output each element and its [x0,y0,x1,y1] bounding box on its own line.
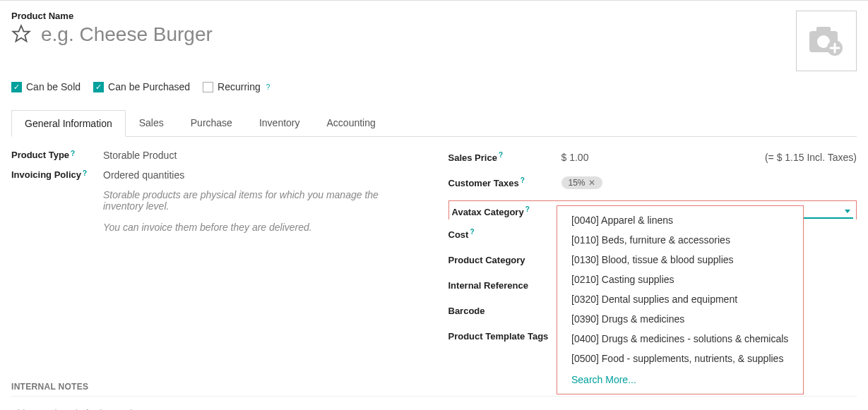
internal-reference-label: Internal Reference [448,280,561,291]
can-be-sold-checkbox[interactable]: ✓ Can be Sold [11,81,81,92]
svg-marker-0 [13,25,29,41]
tab-accounting[interactable]: Accounting [314,109,389,136]
invoicing-description: You can invoice them before they are del… [103,222,420,233]
cost-label: Cost? [448,228,561,240]
help-icon[interactable]: ? [470,228,474,236]
dropdown-option[interactable]: [0400] Drugs & medicines - solutions & c… [557,329,803,349]
product-type-label: Product Type? [11,150,103,161]
tab-sales[interactable]: Sales [126,109,177,136]
chevron-down-icon [845,210,850,213]
barcode-label: Barcode [448,306,561,316]
product-type-value[interactable]: Storable Product [103,150,420,161]
product-name-input[interactable] [40,23,534,47]
tab-general[interactable]: General Information [11,110,126,137]
dropdown-option[interactable]: [0210] Casting supplies [557,270,803,289]
customer-taxes-label: Customer Taxes? [448,176,561,188]
check-icon: ✓ [93,82,104,92]
sales-price-value[interactable]: $ 1.00 [561,152,589,163]
dropdown-option[interactable]: [0110] Beds, furniture & accessories [557,230,803,250]
help-icon[interactable]: ? [499,151,503,159]
product-image-placeholder[interactable] [796,11,857,71]
dropdown-option[interactable]: [0390] Drugs & medicines [557,309,803,329]
dropdown-option[interactable]: [0130] Blood, tissue & blood supplies [557,250,803,270]
tab-inventory[interactable]: Inventory [246,109,314,136]
favorite-star-icon[interactable] [11,24,31,46]
tab-bar: General Information Sales Purchase Inven… [11,109,857,137]
dropdown-option[interactable]: [0320] Dental supplies and equipment [557,289,803,309]
recurring-checkbox[interactable]: Recurring ? [203,81,270,92]
product-type-description: Storable products are physical items for… [103,189,420,212]
help-icon[interactable]: ? [525,205,530,213]
svg-rect-2 [816,27,831,34]
help-icon[interactable]: ? [71,150,75,157]
search-more-link[interactable]: Search More... [557,370,803,390]
check-icon: ✓ [11,82,22,92]
avatax-category-label: Avatax Category? [452,205,565,217]
check-icon [203,82,213,92]
help-icon[interactable]: ? [83,169,87,177]
invoicing-policy-label: Invoicing Policy? [11,169,103,181]
tax-tag[interactable]: 15% ✕ [561,176,602,189]
invoicing-policy-value[interactable]: Ordered quantities [103,169,420,181]
product-tags-label: Product Template Tags [448,331,561,342]
dropdown-option[interactable]: [0040] Apparel & linens [557,210,803,230]
avatax-dropdown: [0040] Apparel & linens [0110] Beds, fur… [557,205,804,394]
tab-purchase[interactable]: Purchase [177,109,246,136]
product-category-label: Product Category [448,255,561,265]
can-be-purchased-checkbox[interactable]: ✓ Can be Purchased [93,81,190,92]
product-name-label: Product Name [11,11,796,21]
help-icon[interactable]: ? [266,83,270,91]
remove-tax-icon[interactable]: ✕ [588,178,595,188]
sales-price-label: Sales Price? [448,151,561,163]
incl-taxes-text: (= $ 1.15 Incl. Taxes) [765,152,857,163]
help-icon[interactable]: ? [521,176,525,184]
dropdown-option[interactable]: [0500] Food - supplements, nutrients, & … [557,349,803,368]
